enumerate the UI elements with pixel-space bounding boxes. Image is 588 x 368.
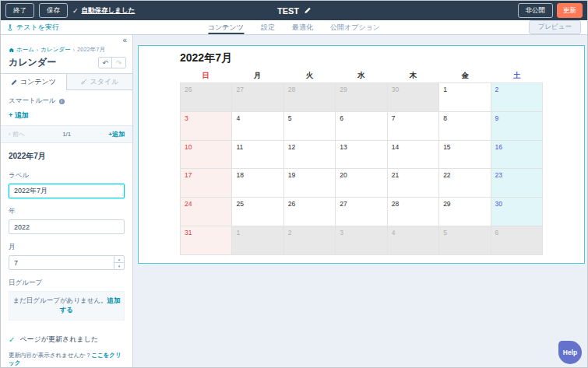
calendar-cell: 30 [388, 83, 439, 112]
calendar-cell: 15 [439, 141, 491, 170]
pager-add-link[interactable]: +追加 [108, 130, 125, 138]
calendar-cell: 8 [439, 112, 491, 141]
unpublish-button[interactable]: 非公開 [518, 3, 554, 18]
stepper-up-icon[interactable]: ▴ [114, 256, 124, 262]
calendar-cell: 3 [336, 226, 387, 255]
breadcrumb-separator: › [73, 47, 76, 54]
tab-publish-options[interactable]: 公開オプション [330, 20, 380, 34]
stepper-down-icon[interactable]: ▾ [114, 262, 124, 269]
calendar-cell: 7 [388, 112, 439, 141]
pager-prev[interactable]: ‹ 前へ [9, 130, 25, 138]
update-button[interactable]: 更新 [557, 3, 583, 18]
save-button[interactable]: 保存 [39, 3, 68, 18]
panel-title: カレンダー [9, 56, 56, 69]
info-icon[interactable]: i [59, 99, 65, 104]
page-updated-status: ✓ ページが更新されました [9, 335, 125, 345]
help-button[interactable]: Help [558, 341, 582, 364]
refresh-hint: 更新内容が表示されませんか？ここをクリック [9, 352, 125, 367]
breadcrumb-separator: › [37, 47, 39, 54]
calendar-cell: 13 [336, 141, 387, 170]
calendar-cell: 19 [284, 169, 336, 198]
weekday-label: 土 [491, 68, 543, 82]
autosave-status[interactable]: ✓ 自動保存しました [72, 6, 135, 16]
top-bar: 終了 保存 ✓ 自動保存しました TEST 非公開 更新 [1, 1, 587, 20]
tab-style[interactable]: スタイル [66, 74, 132, 90]
label-field-input[interactable] [9, 184, 125, 198]
calendar-cell: 6 [491, 226, 543, 255]
page-title-text: TEST [277, 6, 299, 16]
calendar-cell: 12 [284, 141, 336, 170]
pencil-icon [11, 79, 17, 86]
calendar-cell: 26 [181, 83, 232, 112]
calendar-cell: 30 [491, 198, 543, 226]
editor-canvas: 2022年7月 日月火水木金土 262728293012345678910111… [133, 35, 587, 368]
calendar-cell: 31 [181, 226, 232, 255]
month-field-input[interactable] [9, 255, 125, 270]
calendar-cell: 16 [491, 141, 543, 170]
calendar-title: 2022年7月 [180, 51, 543, 65]
calendar-cell: 21 [388, 169, 439, 198]
calendar-cell: 29 [439, 198, 491, 226]
editor-sidebar: « ホーム›カレンダー›2022年7月 カレンダー ↶ ↷ コンテンツ スタイル… [1, 35, 133, 368]
tab-style-label: スタイル [90, 77, 119, 87]
run-test-link[interactable]: テストを実行 [7, 23, 59, 33]
calendar-cell: 1 [232, 226, 283, 255]
edit-pencil-icon[interactable] [304, 7, 311, 14]
undo-redo-group: ↶ ↷ [98, 57, 126, 68]
form-section-title: 2022年7月 [9, 151, 125, 162]
calendar-grid: 2627282930123456789101112131415161718192… [180, 82, 543, 255]
calendar-cell: 22 [439, 169, 491, 198]
success-check-icon: ✓ [9, 335, 15, 344]
smart-rules-label: スマートルール i [9, 96, 125, 106]
redo-icon[interactable]: ↷ [112, 58, 125, 68]
test-beaker-icon [7, 24, 13, 31]
calendar-cell: 27 [336, 198, 387, 226]
tab-content[interactable]: コンテンツ [208, 20, 244, 34]
editor-toolbar: テストを実行 コンテンツ設定最適化公開オプション プレビュー [1, 20, 587, 35]
calendar-cell: 18 [232, 169, 283, 198]
exit-button[interactable]: 終了 [5, 3, 34, 18]
calendar-cell: 3 [181, 112, 232, 141]
autosave-label: 自動保存しました [82, 6, 136, 16]
smart-rules-add-link[interactable]: + 追加 [9, 110, 29, 121]
breadcrumb-page: 2022年7月 [77, 46, 105, 54]
tab-content[interactable]: コンテンツ [1, 74, 66, 90]
label-field-label: ラベル [9, 171, 125, 180]
weekday-label: 日 [180, 68, 232, 82]
calendar-cell: 23 [491, 169, 543, 198]
calendar-cell: 1 [439, 83, 491, 112]
calendar-cell: 10 [181, 141, 232, 170]
calendar-cell: 4 [388, 226, 439, 255]
calendar-cell: 26 [284, 198, 336, 226]
calendar-cell: 24 [181, 198, 232, 226]
calendar-cell: 25 [232, 198, 283, 226]
calendar-cell: 9 [491, 112, 543, 141]
sidebar-collapse-icon[interactable]: « [122, 36, 127, 44]
calendar-module[interactable]: 2022年7月 日月火水木金土 262728293012345678910111… [138, 45, 585, 264]
calendar-cell: 29 [336, 83, 387, 112]
calendar-cell: 2 [491, 83, 543, 112]
sidebar-tabs: コンテンツ スタイル [1, 73, 132, 90]
breadcrumb-calendar[interactable]: カレンダー [40, 46, 70, 54]
month-stepper: ▴ ▾ [114, 256, 124, 269]
calendar-weekday-header: 日月火水木金土 [180, 68, 543, 82]
tab-content-label: コンテンツ [20, 77, 56, 87]
toolbar-tabs: コンテンツ設定最適化公開オプション [208, 20, 380, 34]
slide-pager: ‹ 前へ 1/1 +追加 [1, 125, 132, 143]
calendar-cell: 6 [336, 112, 387, 141]
calendar-cell: 28 [284, 83, 336, 112]
calendar-cell: 28 [388, 198, 439, 226]
run-test-label: テストを実行 [16, 23, 59, 33]
refresh-hint-text: 更新内容が表示されませんか？ [9, 352, 91, 359]
day-group-label: 日グループ [9, 279, 125, 288]
calendar-cell: 2 [284, 226, 336, 255]
tab-settings[interactable]: 設定 [261, 20, 275, 34]
undo-icon[interactable]: ↶ [99, 58, 112, 68]
tab-optimize[interactable]: 最適化 [292, 20, 313, 34]
calendar-cell: 27 [232, 83, 283, 112]
calendar-cell: 17 [181, 169, 232, 198]
year-field-input[interactable] [9, 219, 125, 234]
breadcrumb-home[interactable]: ホーム [16, 46, 34, 54]
weekday-label: 木 [387, 68, 439, 82]
preview-button[interactable]: プレビュー [529, 20, 581, 34]
